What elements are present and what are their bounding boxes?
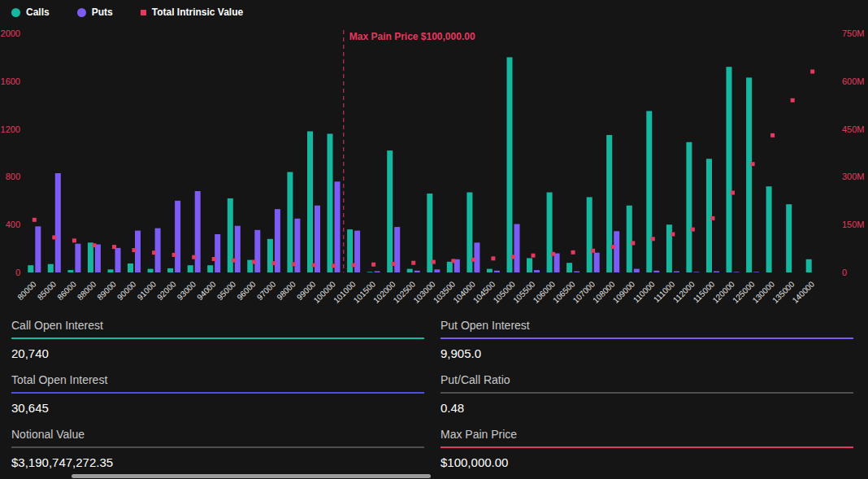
call-bar[interactable] [487,269,493,272]
put-bar[interactable] [215,234,220,272]
legend-item-puts[interactable]: Puts [77,7,113,17]
call-bar[interactable] [527,258,532,272]
put-bar[interactable] [35,226,41,272]
call-bar[interactable] [207,265,213,272]
call-bar[interactable] [547,193,553,273]
put-bar[interactable] [594,253,600,272]
call-bar[interactable] [587,197,592,272]
call-bar[interactable] [148,269,154,272]
call-bar[interactable] [686,142,692,272]
intrinsic-marker[interactable] [810,70,814,74]
put-bar[interactable] [674,272,679,273]
call-bar[interactable] [267,239,273,272]
put-bar[interactable] [753,272,759,272]
intrinsic-marker[interactable] [371,263,375,267]
put-bar[interactable] [514,224,520,273]
intrinsic-marker[interactable] [791,98,795,102]
intrinsic-marker[interactable] [571,250,575,255]
put-bar[interactable] [614,231,619,272]
call-bar[interactable] [566,263,572,272]
put-bar[interactable] [115,248,121,272]
legend-item-intrinsic[interactable]: Total Intrinsic Value [141,7,243,17]
call-bar[interactable] [706,159,712,272]
intrinsic-marker[interactable] [611,245,615,249]
put-bar[interactable] [375,272,380,273]
put-bar[interactable] [335,181,341,272]
call-bar[interactable] [766,186,772,272]
intrinsic-marker[interactable] [72,238,76,242]
call-bar[interactable] [806,259,812,272]
call-bar[interactable] [128,263,133,272]
put-bar[interactable] [734,272,740,272]
intrinsic-marker[interactable] [471,258,475,262]
scrollbar-thumb[interactable] [72,474,431,478]
call-bar[interactable] [307,132,313,273]
call-bar[interactable] [188,265,193,272]
intrinsic-marker[interactable] [731,191,735,195]
horizontal-scrollbar[interactable] [0,474,868,479]
intrinsic-marker[interactable] [192,255,196,259]
put-bar[interactable] [155,229,161,272]
intrinsic-marker[interactable] [651,237,655,241]
intrinsic-marker[interactable] [33,218,37,222]
intrinsic-marker[interactable] [591,249,595,253]
call-bar[interactable] [746,77,752,272]
put-bar[interactable] [574,272,579,273]
put-bar[interactable] [315,206,320,272]
put-bar[interactable] [75,244,80,272]
call-bar[interactable] [627,206,632,272]
call-bar[interactable] [407,269,413,272]
legend-item-calls[interactable]: Calls [11,7,50,17]
intrinsic-marker[interactable] [711,216,715,220]
call-bar[interactable] [28,265,33,272]
call-bar[interactable] [167,268,173,272]
intrinsic-marker[interactable] [770,133,775,137]
put-bar[interactable] [554,254,560,273]
intrinsic-marker[interactable] [432,260,436,264]
call-bar[interactable] [447,262,453,272]
call-bar[interactable] [606,135,612,272]
call-bar[interactable] [67,270,73,272]
call-bar[interactable] [666,224,672,272]
intrinsic-marker[interactable] [332,263,336,268]
put-bar[interactable] [653,271,659,272]
intrinsic-marker[interactable] [671,233,675,237]
call-bar[interactable] [328,134,333,273]
put-bar[interactable] [693,272,699,272]
put-bar[interactable] [195,191,201,272]
intrinsic-marker[interactable] [392,262,396,266]
intrinsic-marker[interactable] [691,228,695,232]
intrinsic-marker[interactable] [252,260,256,264]
intrinsic-marker[interactable] [631,241,635,245]
intrinsic-marker[interactable] [132,248,137,252]
intrinsic-marker[interactable] [172,253,176,257]
put-bar[interactable] [474,242,480,272]
call-bar[interactable] [786,204,792,272]
put-bar[interactable] [534,270,540,272]
put-bar[interactable] [634,269,640,272]
intrinsic-marker[interactable] [411,261,415,265]
intrinsic-marker[interactable] [551,252,555,256]
put-bar[interactable] [414,271,420,272]
intrinsic-marker[interactable] [491,256,495,260]
intrinsic-marker[interactable] [511,255,515,259]
intrinsic-marker[interactable] [271,261,276,265]
intrinsic-marker[interactable] [232,259,236,263]
put-bar[interactable] [254,230,260,272]
intrinsic-marker[interactable] [92,243,96,247]
call-bar[interactable] [287,172,293,273]
put-bar[interactable] [55,173,61,272]
call-bar[interactable] [646,111,652,273]
put-bar[interactable] [175,201,180,272]
put-bar[interactable] [494,271,500,272]
call-bar[interactable] [108,269,114,272]
intrinsic-marker[interactable] [52,235,56,239]
intrinsic-marker[interactable] [312,263,316,268]
intrinsic-marker[interactable] [451,259,455,263]
intrinsic-marker[interactable] [212,257,216,261]
intrinsic-marker[interactable] [532,254,536,258]
intrinsic-marker[interactable] [152,250,156,255]
intrinsic-marker[interactable] [352,263,356,268]
put-bar[interactable] [714,272,719,273]
call-bar[interactable] [48,264,54,272]
